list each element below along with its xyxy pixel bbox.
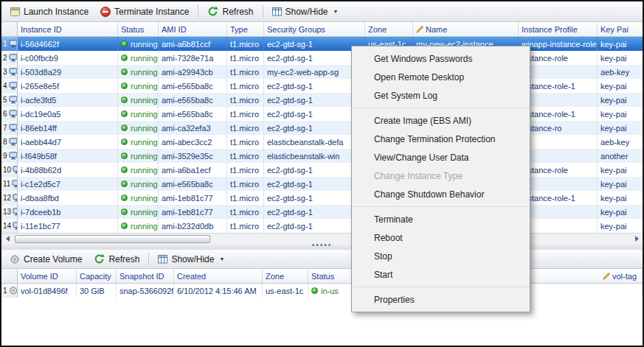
context-menu-item[interactable]: Create Image (EBS AMI)	[352, 111, 530, 130]
column-header-status[interactable]: Status	[308, 269, 354, 283]
type-cell: t1.micro	[227, 79, 264, 93]
row-number: 8	[3, 138, 7, 146]
context-menu-item[interactable]: Get Windows Passwords	[352, 49, 530, 68]
column-header-key-pair[interactable]: Key Pai	[598, 22, 643, 36]
instance-row[interactable]: 12 i-dbaa8fbd running ami-1eb81c77 t1.mi…	[1, 191, 643, 205]
column-header-label: Instance ID	[21, 25, 62, 34]
instance-row[interactable]: 5 i-acfe3fd5 running ami-e565ba8c t1.mic…	[1, 93, 643, 107]
running-status-icon	[121, 139, 128, 145]
column-header-status[interactable]: Status	[118, 22, 159, 36]
refresh-label: Refresh	[222, 7, 253, 17]
key-pair-cell: another	[598, 149, 643, 163]
refresh-button[interactable]: Refresh	[202, 4, 258, 19]
column-header-vol-tag[interactable]: vol-tag	[600, 269, 643, 283]
type-cell: t1.micro	[227, 163, 264, 177]
instances-grid: Instance ID Status AMI ID Type Security …	[1, 22, 643, 244]
panel-splitter[interactable]: •••••	[1, 244, 643, 250]
row-number-cell: 3	[1, 65, 18, 79]
context-menu-item[interactable]: View/Change User Data	[352, 148, 530, 167]
context-menu-item[interactable]: Open Remote Desktop	[352, 68, 530, 86]
column-header-zone[interactable]: Zone	[263, 269, 308, 283]
column-header-label: Volume ID	[21, 272, 58, 281]
volume-row[interactable]: 1 vol-01d8496f 30 GiB snap-5366092f 6/10…	[1, 284, 643, 298]
status-cell: in-us	[308, 284, 354, 298]
column-header-label: Security Groups	[267, 25, 325, 34]
column-header-ami-id[interactable]: AMI ID	[159, 22, 227, 36]
column-header-type[interactable]: Type	[227, 22, 264, 36]
computer-icon	[9, 82, 18, 90]
capacity-cell: 30 GiB	[77, 284, 117, 298]
show-hide-columns-icon	[158, 255, 167, 264]
type-cell: t1.micro	[227, 219, 264, 233]
instance-row[interactable]: 6 i-dc19e0a5 running ami-e565ba8c t1.mic…	[1, 107, 643, 121]
instance-row[interactable]: 10 i-4b88b62d running ami-a6ba1ecf t1.mi…	[1, 163, 643, 177]
context-menu-item[interactable]: Terminate	[352, 210, 530, 228]
instance-row[interactable]: 1 i-56d4662f running ami-a6b81ccf t1.mic…	[1, 37, 643, 51]
create-volume-icon	[10, 255, 20, 264]
instance-row[interactable]: 14 i-11e1bc77 running ami-b232d0db t1.mi…	[1, 219, 643, 233]
status-cell: running	[118, 65, 159, 79]
scroll-right-button[interactable]	[631, 234, 643, 244]
context-menu-item[interactable]: Get System Log	[352, 86, 530, 105]
status-label: running	[131, 54, 158, 63]
instance-row[interactable]: 8 i-aebb44d7 running ami-abec3cc2 t1.mic…	[1, 135, 643, 149]
context-menu-item[interactable]: Reboot	[352, 228, 530, 247]
launch-instance-button[interactable]: Launch Instance	[5, 4, 94, 19]
corner-header-cell[interactable]	[1, 22, 18, 36]
column-header-security-groups[interactable]: Security Groups	[264, 22, 365, 36]
instance-row[interactable]: 11 i-c1e2d5c7 running ami-e565ba8c t1.mi…	[1, 177, 643, 191]
ami-id-cell: ami-e565ba8c	[159, 93, 227, 107]
column-header-capacity[interactable]: Capacity	[77, 269, 117, 283]
volumes-refresh-label: Refresh	[108, 254, 139, 264]
context-menu-item[interactable]: Properties	[352, 290, 530, 309]
column-header-instance-id[interactable]: Instance ID	[18, 22, 118, 36]
computer-icon	[9, 124, 18, 132]
corner-header-cell[interactable]	[1, 269, 18, 283]
instance-row[interactable]: 2 i-c00fbcb9 running ami-7328e71a t1.mic…	[1, 51, 643, 65]
key-pair-cell: key-pai	[598, 191, 643, 205]
computer-icon	[13, 208, 18, 216]
computer-icon	[9, 68, 18, 76]
column-header-zone[interactable]: Zone	[365, 22, 413, 36]
column-header-snapshot-id[interactable]: Snapshot ID	[117, 269, 174, 283]
column-header-created[interactable]: Created	[174, 269, 263, 283]
scroll-right-icon	[635, 236, 639, 242]
ami-id-cell: ami-e565ba8c	[159, 107, 227, 121]
status-label: running	[131, 152, 158, 161]
ami-id-cell: ami-ca32efa3	[159, 121, 227, 135]
status-cell: running	[118, 51, 159, 65]
key-pair-cell: aeb-key	[598, 65, 643, 79]
type-cell: t1.micro	[227, 37, 264, 51]
context-menu-item[interactable]: Change Termination Protection	[352, 130, 530, 148]
status-label: running	[131, 166, 158, 175]
scroll-left-button[interactable]	[1, 234, 13, 244]
instance-row[interactable]: 9 i-f649b58f running ami-3529e35c t1.mic…	[1, 149, 643, 163]
instance-row[interactable]: 3 i-503d8a29 running ami-a29943cb t1.mic…	[1, 65, 643, 79]
type-cell: t1.micro	[227, 51, 264, 65]
security-groups-cell: ec2-gtd-sg-1	[264, 163, 365, 177]
volumes-refresh-button[interactable]: Refresh	[89, 251, 145, 267]
scrollbar-thumb[interactable]	[15, 235, 210, 243]
context-menu-item-label: Change Instance Type	[374, 171, 463, 181]
context-menu-item[interactable]: Change Shutdown Behavior	[352, 185, 530, 203]
ami-id-cell: ami-1eb81c77	[159, 191, 227, 205]
volumes-show-hide-button[interactable]: Show/Hide ▼	[153, 252, 229, 267]
create-volume-button[interactable]: Create Volume	[5, 252, 87, 267]
context-menu-item[interactable]: Start	[352, 265, 530, 284]
security-groups-cell: ec2-gtd-sg-1	[264, 121, 365, 135]
column-header-volume-id[interactable]: Volume ID	[18, 269, 77, 283]
launch-instance-icon	[10, 7, 20, 16]
terminate-instance-button[interactable]: Terminate Instance	[95, 4, 194, 19]
row-number: 4	[3, 82, 7, 90]
column-header-instance-profile[interactable]: Instance Profile	[519, 22, 598, 36]
column-header-name[interactable]: Name	[413, 22, 519, 36]
volumes-toolbar: Create Volume Refresh Show/Hide ▼	[1, 250, 643, 269]
show-hide-button[interactable]: Show/Hide ▼	[267, 4, 344, 19]
instance-row[interactable]: 4 i-265e8e5f running ami-e565ba8c t1.mic…	[1, 79, 643, 93]
context-menu-item-label: Create Image (EBS AMI)	[374, 116, 471, 126]
status-label: in-us	[321, 287, 339, 295]
instance-row[interactable]: 7 i-86eb14ff running ami-ca32efa3 t1.mic…	[1, 121, 643, 135]
instance-row[interactable]: 13 i-7dceeb1b running ami-1eb81c77 t1.mi…	[1, 205, 643, 219]
terminate-instance-label: Terminate Instance	[114, 7, 189, 17]
context-menu-item[interactable]: Stop	[352, 247, 530, 265]
